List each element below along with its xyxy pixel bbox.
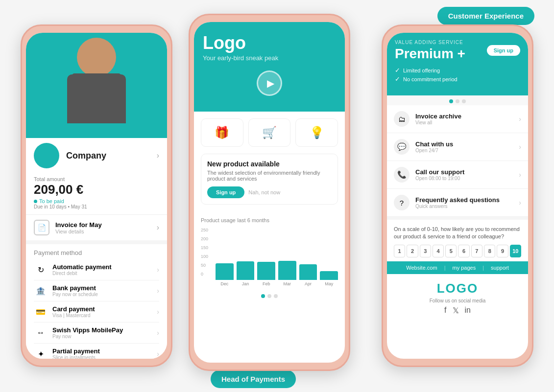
p2-bar-label-3: Mar bbox=[284, 281, 291, 286]
p1-invoice-row[interactable]: 📄 Invoice for May View details › bbox=[26, 215, 167, 244]
p3-menu-item-3[interactable]: ? Frequently asked questions Quick answe… bbox=[387, 189, 528, 217]
p3-menu-icon-1: 💬 bbox=[394, 139, 409, 155]
p3-nps-num-10[interactable]: 10 bbox=[510, 245, 521, 257]
p1-pay-name-2: Card payment bbox=[52, 305, 157, 313]
p1-pay-name-4: Partial payment bbox=[52, 347, 157, 355]
p2-promo-title: New product available bbox=[207, 160, 332, 168]
p1-pay-name-0: Automatic payment bbox=[52, 263, 157, 271]
p3-menu-item-1[interactable]: 💬 Chat with us Open 24/7 › bbox=[387, 133, 528, 161]
p3-check-2-icon: ✓ bbox=[395, 75, 400, 83]
p2-chart: 250 200 150 100 50 0 Dec Jan Feb Mar Apr bbox=[201, 228, 338, 286]
p3-footer-links: Website.com | my pages | support bbox=[387, 261, 528, 274]
p2-dot-1 bbox=[261, 294, 265, 298]
p3-footer-support[interactable]: support bbox=[491, 265, 509, 271]
p2-bar-1 bbox=[237, 261, 255, 280]
p1-pay-sub-1: Pay now or schedule bbox=[52, 292, 157, 297]
p2-dots bbox=[194, 290, 345, 302]
p3-menu-chevron-0: › bbox=[519, 115, 521, 123]
p2-bar-label-0: Dec bbox=[220, 281, 228, 286]
p3-signup-button[interactable]: Sign up bbox=[487, 45, 520, 56]
p2-bar-group-0: Dec bbox=[216, 263, 234, 286]
p2-signup-button[interactable]: Sign up bbox=[207, 186, 244, 198]
p3-dots bbox=[387, 95, 528, 105]
p2-promo-buttons: Sign up Nah, not now bbox=[207, 186, 332, 198]
p3-linkedin-icon[interactable]: in bbox=[465, 306, 471, 315]
p1-payment-section: Payment method ↻ Automatic payment Direc… bbox=[26, 244, 167, 359]
p3-menu-info-3: Frequently asked questions Quick answers bbox=[415, 196, 500, 209]
p2-bar-3 bbox=[278, 261, 296, 280]
p3-features: ✓ Limited offering ✓ No commitment perio… bbox=[395, 67, 520, 83]
p2-promo-card: New product available The widest selecti… bbox=[201, 154, 338, 205]
p3-nps-num-7[interactable]: 7 bbox=[471, 245, 482, 257]
p3-menu-icon-0: 🗂 bbox=[394, 111, 409, 127]
p3-nps-num-5[interactable]: 5 bbox=[445, 245, 457, 257]
p2-icons-row: 🎁 🛒 💡 bbox=[194, 112, 345, 154]
p2-bar-5 bbox=[320, 271, 338, 280]
p1-payment-row-1[interactable]: 🏦 Bank payment Pay now or schedule › bbox=[34, 280, 159, 301]
p3-menu-chevron-3: › bbox=[519, 199, 521, 207]
p1-pay-sub-3: Pay now bbox=[52, 334, 157, 339]
p2-video-play-button[interactable]: ▶ bbox=[257, 70, 282, 96]
p3-nps-num-8[interactable]: 8 bbox=[484, 245, 495, 257]
p3-menu-item-0[interactable]: 🗂 Invoice archive View all › bbox=[387, 105, 528, 133]
p3-follow-text: Follow us on social media bbox=[387, 298, 528, 303]
p3-footer-mypages[interactable]: my pages bbox=[452, 265, 476, 271]
p2-bar-group-5: May bbox=[320, 271, 338, 286]
p1-pay-name-3: Swish Vipps MobilePay bbox=[52, 326, 157, 334]
p2-nah-button[interactable]: Nah, not now bbox=[248, 189, 280, 195]
p2-bar-group-4: Apr bbox=[299, 264, 317, 286]
p3-footer-website[interactable]: Website.com bbox=[406, 265, 437, 271]
p3-nps-num-6[interactable]: 6 bbox=[458, 245, 469, 257]
p2-cart-icon-card[interactable]: 🛒 bbox=[248, 118, 291, 147]
p3-feature-1-label: Limited offering bbox=[403, 68, 440, 73]
p1-pay-icon-1: 🏦 bbox=[34, 284, 48, 298]
p3-facebook-icon[interactable]: f bbox=[444, 306, 446, 315]
p3-feature-1: ✓ Limited offering bbox=[395, 67, 520, 74]
p2-bar-group-3: Mar bbox=[278, 261, 296, 286]
p2-header: Logo Your early-bird sneak peak ▶ bbox=[194, 22, 345, 112]
p2-bars: Dec Jan Feb Mar Apr May bbox=[216, 237, 338, 286]
p1-payment-row-3[interactable]: ↔ Swish Vipps MobilePay Pay now › bbox=[34, 323, 159, 344]
p3-menu-info-0: Invoice archive View all bbox=[415, 113, 461, 125]
p2-gift-icon-card[interactable]: 🎁 bbox=[201, 118, 243, 147]
p1-amount-section: Total amount 209,00 € To be paid Due in … bbox=[26, 171, 167, 215]
p1-pay-icon-3: ↔ bbox=[34, 326, 48, 340]
p1-pay-info-3: Swish Vipps MobilePay Pay now bbox=[52, 326, 157, 339]
p2-bar-label-5: May bbox=[325, 281, 333, 286]
p3-nps-num-4[interactable]: 4 bbox=[433, 245, 444, 257]
p2-dot-3 bbox=[274, 294, 278, 298]
p3-menu-title-3: Frequently asked questions bbox=[415, 196, 500, 204]
phone-3-inner: VALUE ADDING SERVICE Premium + Sign up ✓… bbox=[387, 33, 528, 359]
p1-payment-row-0[interactable]: ↻ Automatic payment Direct debit › bbox=[34, 259, 159, 280]
p3-nps-num-3[interactable]: 3 bbox=[420, 245, 431, 257]
p1-payment-row-2[interactable]: 💳 Card payment Visa | Mastercard › bbox=[34, 301, 159, 323]
p1-payment-row-4[interactable]: ✦ Partial payment Slice in installments … bbox=[34, 344, 159, 359]
p3-check-1-icon: ✓ bbox=[395, 67, 400, 74]
p3-nps-num-9[interactable]: 9 bbox=[497, 245, 508, 257]
p1-invoice-title: Invoice for May bbox=[55, 221, 102, 229]
p1-pay-chevron-3: › bbox=[157, 329, 159, 337]
p3-twitter-icon[interactable]: 𝕏 bbox=[453, 306, 459, 315]
p1-avatar bbox=[34, 143, 59, 168]
p3-nps-num-1[interactable]: 1 bbox=[394, 245, 405, 257]
p1-avatar-row[interactable]: Company › bbox=[26, 138, 167, 171]
p1-due-dot bbox=[34, 200, 37, 203]
phone-1: Company › Total amount 209,00 € To be pa… bbox=[21, 24, 172, 367]
p1-pay-icon-2: 💳 bbox=[34, 305, 48, 319]
p3-menu-icon-3: ? bbox=[394, 195, 409, 210]
p2-promo-text: The widest selection of environmentally … bbox=[207, 170, 332, 182]
p2-bar-label-2: Feb bbox=[263, 281, 270, 286]
p3-vas-label: VALUE ADDING SERVICE bbox=[395, 40, 520, 45]
p1-pay-icon-0: ↻ bbox=[34, 263, 48, 277]
p1-due-label: To be paid bbox=[39, 198, 64, 204]
p3-menu-item-2[interactable]: 📞 Call our support Open 08:00 to 19:00 › bbox=[387, 161, 528, 189]
p1-pay-name-1: Bank payment bbox=[52, 284, 157, 292]
p3-footer-sep-2: | bbox=[482, 265, 484, 271]
p3-dot-1 bbox=[449, 99, 453, 103]
p2-idea-icon-card[interactable]: 💡 bbox=[295, 118, 338, 147]
p3-feature-2-label: No commitment period bbox=[403, 76, 458, 82]
p3-footer-sep-1: | bbox=[444, 265, 446, 271]
p3-nps-num-2[interactable]: 2 bbox=[407, 245, 418, 257]
p1-header bbox=[26, 33, 167, 138]
p1-pay-sub-0: Direct debit bbox=[52, 271, 157, 276]
